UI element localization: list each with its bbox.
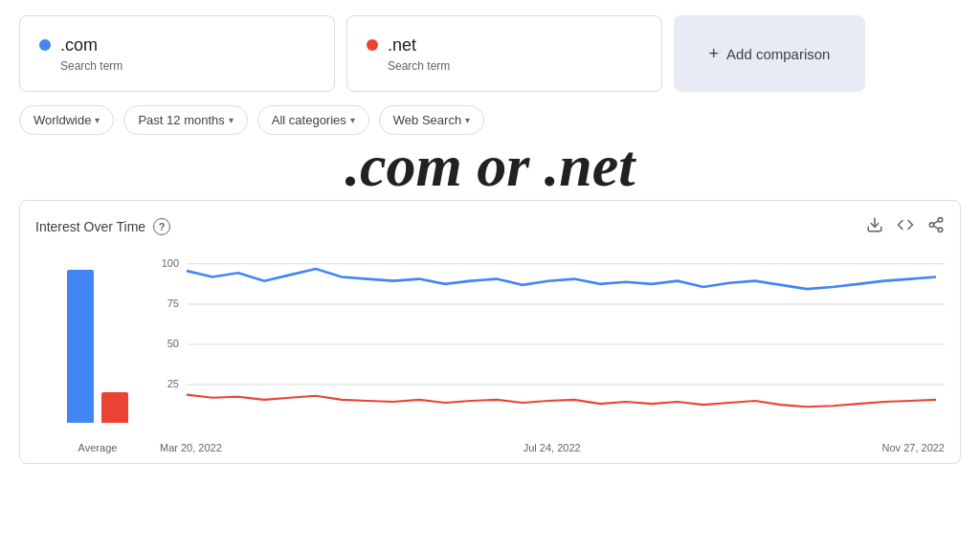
chart-actions [866, 216, 945, 237]
line-chart-svg: 100 75 50 25 [160, 249, 945, 440]
filter-search-type-label: Web Search [393, 113, 461, 127]
svg-text:25: 25 [167, 378, 179, 389]
help-icon[interactable]: ? [153, 218, 170, 235]
term-card-net: .net Search term [346, 15, 662, 92]
download-button[interactable] [866, 216, 883, 237]
search-terms-row: .com Search term .net Search term + Add … [19, 15, 961, 92]
add-comparison-button[interactable]: + Add comparison [674, 15, 865, 92]
add-comparison-label: Add comparison [726, 46, 830, 62]
chart-average-area: Average [35, 270, 160, 453]
bar-chart [67, 270, 128, 442]
embed-button[interactable] [897, 216, 914, 237]
svg-text:75: 75 [167, 298, 179, 309]
chart-area: Average 100 75 50 25 [35, 249, 945, 453]
line-chart-area: 100 75 50 25 Mar 20, 2022 Jul 24, 2022 N… [160, 249, 945, 453]
plus-icon: + [709, 44, 720, 64]
svg-line-5 [933, 221, 938, 224]
svg-text:50: 50 [167, 338, 179, 349]
svg-text:100: 100 [162, 257, 179, 269]
chevron-down-icon: ▾ [229, 115, 234, 125]
chart-header: Interest Over Time ? [35, 216, 945, 237]
term-name-net: .net [388, 35, 416, 55]
big-title: .com or .net [19, 133, 961, 198]
x-axis-labels: Mar 20, 2022 Jul 24, 2022 Nov 27, 2022 [160, 442, 945, 453]
chevron-down-icon: ▾ [95, 115, 100, 125]
x-label-3: Nov 27, 2022 [882, 442, 945, 453]
term-card-header-net: .net [367, 35, 642, 55]
filter-category[interactable]: All categories ▾ [257, 105, 369, 135]
x-label-1: Mar 20, 2022 [160, 442, 222, 453]
chart-section: Interest Over Time ? [19, 200, 961, 464]
term-dot-net [367, 39, 378, 51]
filter-category-label: All categories [272, 113, 346, 127]
bar-com [67, 270, 94, 423]
average-label: Average [78, 442, 118, 453]
chevron-down-icon: ▾ [350, 115, 355, 125]
term-name-com: .com [60, 35, 98, 55]
filter-time[interactable]: Past 12 months ▾ [123, 105, 247, 135]
chevron-down-icon: ▾ [465, 115, 470, 125]
filter-location-label: Worldwide [33, 113, 91, 127]
filter-time-label: Past 12 months [138, 113, 224, 127]
chart-title-group: Interest Over Time ? [35, 218, 170, 235]
term-type-net: Search term [388, 59, 642, 73]
x-label-2: Jul 24, 2022 [523, 442, 581, 453]
term-dot-com [39, 39, 51, 51]
svg-line-4 [933, 226, 938, 229]
term-card-header-com: .com [39, 35, 315, 55]
filter-location[interactable]: Worldwide ▾ [19, 105, 114, 135]
filter-row: Worldwide ▾ Past 12 months ▾ All categor… [19, 105, 961, 135]
term-card-com: .com Search term [19, 15, 335, 92]
bar-net [101, 392, 128, 423]
filter-search-type[interactable]: Web Search ▾ [379, 105, 484, 135]
share-button[interactable] [927, 216, 945, 237]
term-type-com: Search term [60, 59, 315, 73]
chart-title: Interest Over Time [35, 219, 145, 234]
